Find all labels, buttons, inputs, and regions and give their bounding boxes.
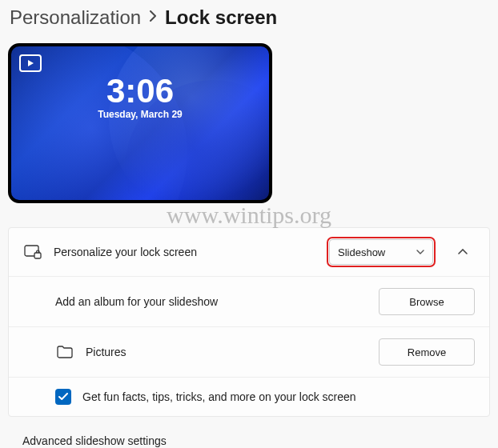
svg-rect-1 — [34, 253, 41, 258]
lock-screen-preview: 3:06 Tuesday, March 29 — [8, 43, 272, 203]
breadcrumb-parent[interactable]: Personalization — [10, 6, 141, 29]
personalize-select[interactable]: Slideshow — [329, 239, 433, 265]
fun-facts-label: Get fun facts, tips, tricks, and more on… — [82, 390, 475, 403]
personalize-label: Personalize your lock screen — [54, 246, 318, 258]
chevron-up-icon — [458, 249, 468, 255]
preview-date: Tuesday, March 29 — [11, 109, 269, 120]
remove-button[interactable]: Remove — [379, 338, 475, 366]
slideshow-indicator-icon — [19, 54, 42, 72]
chevron-right-icon — [149, 10, 157, 25]
breadcrumb: Personalization Lock screen — [8, 6, 490, 29]
folder-icon — [55, 346, 74, 358]
picture-lock-icon — [23, 245, 42, 259]
check-icon — [58, 393, 68, 401]
album-folder-row: Pictures Remove — [9, 326, 489, 377]
chevron-down-icon — [416, 250, 424, 254]
personalize-select-value: Slideshow — [338, 246, 385, 258]
personalize-card: Personalize your lock screen Slideshow A… — [8, 227, 490, 417]
preview-time: 3:06 — [11, 72, 269, 110]
advanced-label: Advanced slideshow settings — [22, 434, 167, 447]
add-album-label: Add an album for your slideshow — [23, 295, 367, 308]
album-folder-name: Pictures — [86, 346, 367, 358]
browse-button[interactable]: Browse — [379, 288, 475, 315]
collapse-button[interactable] — [451, 240, 475, 264]
fun-facts-checkbox[interactable] — [55, 389, 71, 405]
watermark: www.wintips.org — [167, 202, 331, 229]
add-album-row: Add an album for your slideshow Browse — [9, 276, 489, 326]
personalize-row: Personalize your lock screen Slideshow — [9, 228, 489, 276]
advanced-slideshow-row[interactable]: Advanced slideshow settings — [8, 422, 490, 448]
fun-facts-row[interactable]: Get fun facts, tips, tricks, and more on… — [9, 377, 489, 416]
breadcrumb-current: Lock screen — [165, 6, 277, 29]
